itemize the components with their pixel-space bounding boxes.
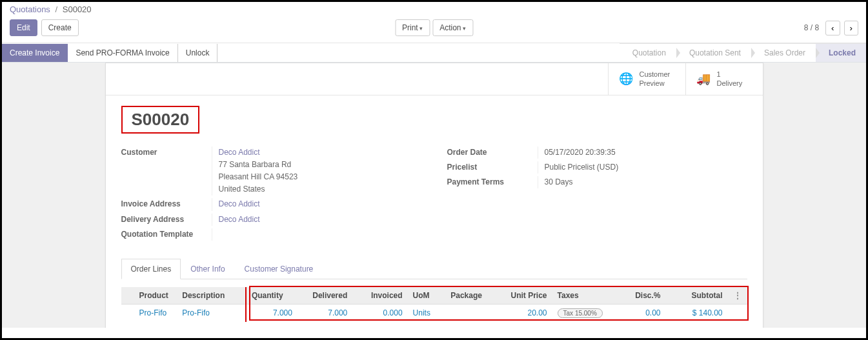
customer-preview-button[interactable]: 🌐 Customer Preview	[608, 63, 685, 95]
th-unit-price[interactable]: Unit Price	[494, 287, 552, 305]
tab-customer-signature[interactable]: Customer Signature	[235, 259, 323, 279]
create-invoice-button[interactable]: Create Invoice	[2, 44, 68, 62]
row-description[interactable]: Pro-Fifo	[182, 308, 210, 317]
th-description[interactable]: Description	[177, 287, 246, 305]
main-area: 🌐 Customer Preview 🚚 1 Delivery S00020	[2, 63, 866, 328]
button-box: 🌐 Customer Preview 🚚 1 Delivery	[106, 63, 763, 95]
table-row[interactable]: Pro-Fifo Pro-Fifo 7.000 7.000 0.000 Unit…	[121, 304, 747, 322]
pricelist-label: Pricelist	[447, 161, 538, 174]
payment-terms-label: Payment Terms	[447, 176, 538, 188]
globe-icon: 🌐	[619, 72, 633, 86]
row-invoiced: 0.000	[352, 304, 407, 322]
row-subtotal: $ 140.00	[666, 304, 728, 322]
row-package	[445, 304, 494, 322]
status-quotation[interactable]: Quotation	[620, 43, 676, 62]
send-proforma-button[interactable]: Send PRO-FORMA Invoice	[68, 44, 177, 62]
print-dropdown[interactable]: Print	[395, 19, 430, 36]
delivery-address-label: Delivery Address	[121, 214, 212, 226]
stat-preview-l2: Preview	[640, 79, 671, 88]
addr2: Pleasant Hill CA 94523	[219, 172, 298, 181]
unlock-button[interactable]: Unlock	[178, 44, 218, 62]
create-button[interactable]: Create	[41, 19, 79, 36]
th-uom[interactable]: UoM	[408, 287, 446, 305]
breadcrumb-parent[interactable]: Quotations	[10, 5, 50, 14]
record-title: S00020	[121, 106, 200, 134]
order-lines-table: Product Description Quantity Delivered I…	[121, 287, 747, 322]
status-quotation-sent[interactable]: Quotation Sent	[676, 43, 751, 62]
status-locked[interactable]: Locked	[816, 43, 866, 62]
row-uom[interactable]: Units	[413, 308, 430, 317]
customer-label: Customer	[121, 146, 212, 196]
th-kebab[interactable]: ⋮	[728, 287, 747, 305]
status-sales-order[interactable]: Sales Order	[751, 43, 816, 62]
pricelist-value: Public Pricelist (USD)	[538, 161, 747, 174]
th-disc[interactable]: Disc.%	[618, 287, 666, 305]
pager-prev[interactable]: ‹	[825, 21, 840, 35]
th-taxes[interactable]: Taxes	[552, 287, 618, 305]
action-bar: Create Invoice Send PRO-FORMA Invoice Un…	[2, 43, 866, 63]
addr3: United States	[219, 185, 265, 194]
row-unit-price: 20.00	[494, 304, 552, 322]
breadcrumb-current: S00020	[63, 5, 92, 14]
th-quantity[interactable]: Quantity	[246, 287, 298, 305]
stat-preview-l1: Customer	[640, 70, 671, 79]
th-delivered[interactable]: Delivered	[298, 287, 352, 305]
breadcrumb: Quotations / S00020	[2, 2, 866, 15]
th-invoiced[interactable]: Invoiced	[352, 287, 407, 305]
delivery-button[interactable]: 🚚 1 Delivery	[685, 63, 763, 95]
delivery-address-link[interactable]: Deco Addict	[219, 215, 260, 224]
tabs: Order Lines Other Info Customer Signatur…	[121, 259, 747, 279]
order-date-label: Order Date	[447, 146, 538, 159]
invoice-address-link[interactable]: Deco Addict	[219, 199, 260, 208]
breadcrumb-sep: /	[56, 5, 58, 14]
pager-next[interactable]: ›	[844, 21, 858, 35]
payment-terms-value: 30 Days	[538, 176, 747, 188]
th-product[interactable]: Product	[121, 287, 177, 305]
row-product[interactable]: Pro-Fifo	[139, 308, 167, 317]
order-date-value: 05/17/2020 20:39:35	[538, 146, 747, 159]
pager-text: 8 / 8	[804, 23, 819, 32]
customer-link[interactable]: Deco Addict	[219, 148, 260, 157]
stat-delivery-l2: Delivery	[717, 79, 743, 88]
truck-icon: 🚚	[696, 72, 711, 86]
tab-other-info[interactable]: Other Info	[181, 259, 234, 279]
stat-delivery-l1: 1	[717, 70, 743, 79]
addr1: 77 Santa Barbara Rd	[219, 160, 292, 169]
row-disc: 0.00	[618, 304, 666, 322]
edit-button[interactable]: Edit	[10, 19, 37, 36]
tab-order-lines[interactable]: Order Lines	[121, 259, 181, 279]
action-dropdown[interactable]: Action	[432, 19, 473, 36]
row-quantity: 7.000	[246, 304, 298, 322]
th-package[interactable]: Package	[445, 287, 494, 305]
row-taxes[interactable]: Tax 15.00%	[558, 308, 603, 318]
form-sheet: 🌐 Customer Preview 🚚 1 Delivery S00020	[105, 63, 763, 328]
invoice-address-label: Invoice Address	[121, 198, 212, 210]
toolbar: Edit Create Print Action 8 / 8 ‹ ›	[2, 15, 866, 43]
row-delivered: 7.000	[298, 304, 352, 322]
status-bar: Quotation Quotation Sent Sales Order Loc…	[620, 43, 866, 62]
th-subtotal[interactable]: Subtotal	[666, 287, 728, 305]
quotation-template-label: Quotation Template	[121, 228, 212, 241]
